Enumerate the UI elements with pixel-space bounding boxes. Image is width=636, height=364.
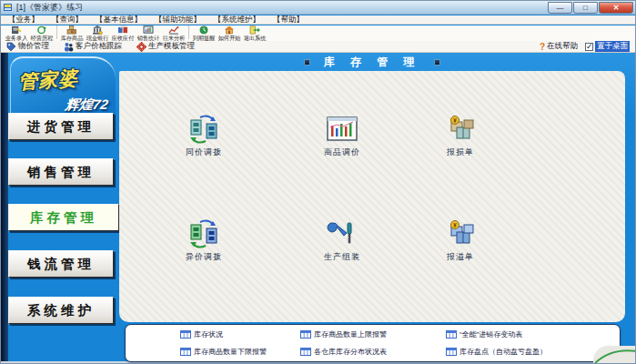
content-area: 管家婆 辉煌72 进货管理 销售管理 库存管理 钱流管理 系统维护 库 存 管 … bbox=[1, 53, 636, 363]
logo-subtitle: 辉煌72 bbox=[65, 96, 109, 114]
menu-query[interactable]: 【查询】 bbox=[52, 15, 83, 25]
on-desktop-label[interactable]: 置于桌面 bbox=[595, 41, 630, 52]
shortcut-goods-price-adjust[interactable]: 商品调价 bbox=[288, 115, 397, 158]
sidebar-item-sales[interactable]: 销售管理 bbox=[8, 158, 114, 186]
main-header: 库 存 管 理 bbox=[119, 55, 625, 69]
link-label: 库存商品数量下限报警 bbox=[194, 347, 267, 357]
link-label: 库存盘点（自动盘亏盘盈） bbox=[459, 347, 547, 357]
table-icon bbox=[446, 348, 457, 356]
diff-price-transfer-icon bbox=[187, 219, 220, 248]
link-omnipotent-change-table[interactable]: “全能”进销存变动表 bbox=[446, 329, 522, 339]
title-bar: [1]《管家婆》练习 — □ ✕ bbox=[1, 1, 635, 15]
sidebar-item-purchase[interactable]: 进货管理 bbox=[8, 113, 114, 140]
main-toolbar: 业务录入 经营历程 库存商品 现金银行 应收应付 销售统计 往来分析 bbox=[1, 25, 635, 41]
link-label: 各仓库库存分布状况表 bbox=[314, 347, 387, 357]
secondary-toolbar: 物价管理 客户价格跟踪 生产模板管理 ? 在线帮助 置于桌面 bbox=[1, 41, 635, 53]
toolbar-production-template[interactable]: 生产模板管理 bbox=[136, 41, 195, 52]
sidebar-item-inventory[interactable]: 库存管理 bbox=[8, 204, 119, 231]
link-warehouse-distribution[interactable]: 各仓库库存分布状况表 bbox=[300, 347, 387, 357]
menu-help[interactable]: 【帮助】 bbox=[273, 15, 304, 25]
window-title: [1]《管家婆》练习 bbox=[16, 2, 83, 14]
receivable-payable-icon bbox=[117, 25, 128, 35]
loss-report-icon: ¥ bbox=[444, 115, 477, 144]
toolbar-separator bbox=[188, 25, 189, 39]
exit-system-icon bbox=[249, 25, 260, 35]
shortcut-label: 报溢单 bbox=[447, 251, 474, 263]
goods-price-adjust-icon bbox=[326, 115, 358, 144]
close-button[interactable]: ✕ bbox=[599, 2, 633, 14]
shortcut-overflow-report[interactable]: ¥ 报溢单 bbox=[406, 219, 515, 263]
menu-auxiliary[interactable]: 【辅助功能】 bbox=[155, 15, 201, 25]
shortcut-label: 商品调价 bbox=[324, 147, 360, 158]
link-upper-limit-alarm[interactable]: 库存商品数量上限报警 bbox=[300, 329, 387, 339]
link-label: 库存商品数量上限报警 bbox=[314, 329, 387, 339]
on-desktop-checkbox[interactable] bbox=[585, 43, 593, 51]
table-icon bbox=[300, 330, 311, 339]
menu-bar: 【业务】 【查询】 【基本信息】 【辅助功能】 【系统维护】 【帮助】 bbox=[1, 15, 635, 25]
sidebar-item-cashflow[interactable]: 钱流管理 bbox=[8, 250, 114, 278]
shortcut-same-price-transfer[interactable]: 同价调拨 bbox=[149, 115, 258, 158]
sales-stats-icon bbox=[143, 25, 154, 35]
table-icon bbox=[300, 348, 311, 356]
shortcut-production-assembly[interactable]: 生产组装 bbox=[288, 219, 397, 263]
same-price-transfer-icon bbox=[187, 115, 220, 144]
svg-text:¥: ¥ bbox=[453, 117, 457, 124]
link-label: 库存状况 bbox=[194, 329, 223, 339]
maximize-button[interactable]: □ bbox=[573, 2, 598, 14]
link-label: “全能”进销存变动表 bbox=[459, 329, 522, 339]
help-icon: ? bbox=[540, 42, 545, 52]
toolbar-separator bbox=[56, 25, 57, 39]
toolbar-label: 客户价格跟踪 bbox=[76, 41, 122, 52]
production-template-icon bbox=[136, 42, 146, 52]
header-deco-left-icon bbox=[304, 59, 310, 66]
link-stocktaking[interactable]: 库存盘点（自动盘亏盘盈） bbox=[446, 347, 547, 357]
online-help-link[interactable]: 在线帮助 bbox=[547, 41, 578, 52]
page-title: 库 存 管 理 bbox=[323, 55, 420, 70]
table-icon bbox=[180, 330, 191, 339]
sidebar: 管家婆 辉煌72 进货管理 销售管理 库存管理 钱流管理 系统维护 bbox=[1, 53, 119, 361]
business-entry-icon bbox=[11, 25, 22, 35]
logo-title: 管家婆 bbox=[17, 66, 79, 96]
shortcut-label: 报损单 bbox=[447, 147, 474, 158]
app-icon bbox=[4, 3, 13, 12]
table-icon bbox=[446, 330, 457, 339]
menu-system-maintenance[interactable]: 【系统维护】 bbox=[214, 15, 260, 25]
price-management-icon bbox=[6, 42, 16, 52]
sidebar-edge-strip bbox=[1, 53, 8, 361]
overflow-report-icon: ¥ bbox=[444, 219, 477, 248]
svg-text:¥: ¥ bbox=[453, 222, 457, 228]
due-reminder-icon bbox=[198, 25, 209, 35]
menu-business[interactable]: 【业务】 bbox=[8, 15, 39, 25]
table-icon bbox=[180, 348, 191, 356]
link-lower-limit-alarm[interactable]: 库存商品数量下限报警 bbox=[180, 347, 267, 357]
toolbar-label: 生产模板管理 bbox=[148, 41, 195, 52]
link-inventory-status[interactable]: 库存状况 bbox=[180, 329, 223, 339]
history-icon bbox=[36, 25, 47, 35]
minimize-button[interactable]: — bbox=[548, 2, 572, 14]
cash-bank-icon bbox=[92, 25, 103, 35]
how-to-start-icon bbox=[224, 25, 235, 35]
contacts-analysis-icon bbox=[168, 25, 179, 35]
stock-goods-icon bbox=[66, 25, 77, 35]
corner-decoration bbox=[593, 346, 636, 363]
app-window: [1]《管家婆》练习 — □ ✕ 【业务】 【查询】 【基本信息】 【辅助功能】… bbox=[0, 0, 636, 364]
toolbar-customer-price-tracking[interactable]: 客户价格跟踪 bbox=[64, 41, 122, 52]
shortcut-label: 异价调拨 bbox=[186, 251, 222, 263]
toolbar-price-management[interactable]: 物价管理 bbox=[6, 41, 49, 52]
shortcut-loss-report[interactable]: ¥ 报损单 bbox=[406, 115, 515, 158]
inventory-panel: 同价调拨 商品调价 ¥ bbox=[119, 71, 625, 322]
main-area: 库 存 管 理 同价调拨 bbox=[119, 53, 636, 361]
toolbar-label: 物价管理 bbox=[18, 41, 49, 52]
shortcut-label: 生产组装 bbox=[324, 251, 360, 263]
report-links-panel: 库存状况 库存商品数量上限报警 “全能”进销存变动表 库存商品数量下限报警 各仓… bbox=[125, 324, 621, 362]
customer-price-icon bbox=[64, 42, 74, 52]
sidebar-item-maintenance[interactable]: 系统维护 bbox=[8, 297, 114, 324]
production-assembly-icon bbox=[326, 219, 358, 248]
shortcut-diff-price-transfer[interactable]: 异价调拨 bbox=[149, 219, 258, 263]
menu-basic-info[interactable]: 【基本信息】 bbox=[96, 15, 142, 25]
shortcut-label: 同价调拨 bbox=[186, 147, 222, 158]
header-deco-right-icon bbox=[434, 59, 440, 66]
